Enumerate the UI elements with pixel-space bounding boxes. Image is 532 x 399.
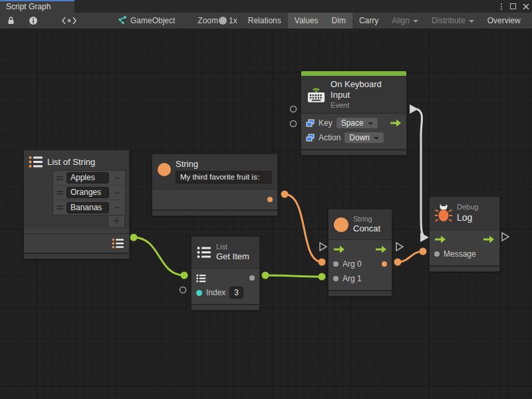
node-footer (24, 253, 129, 259)
key-dropdown[interactable]: Space (336, 118, 378, 128)
arg0-input-dot[interactable] (333, 261, 338, 267)
align-label: Align (392, 16, 410, 25)
action-row: Action Down (301, 130, 406, 145)
code-icon (62, 17, 76, 25)
remove-item-button[interactable]: − (109, 173, 125, 184)
zoom-label: Zoom (194, 13, 222, 29)
tab-script-graph[interactable]: Script Graph (0, 0, 74, 13)
message-input-dot[interactable] (434, 251, 440, 257)
node-list-of-string[interactable]: List of String Apples − Oranges − (23, 150, 130, 259)
arg0-label: Arg 0 (342, 259, 362, 269)
list-item-row: Apples − (53, 171, 125, 186)
node-footer (152, 209, 277, 215)
port-log-flow-out[interactable] (502, 233, 509, 241)
port-key-input[interactable] (291, 106, 297, 112)
node-category: String (353, 215, 380, 224)
port-concat-flow-out[interactable] (396, 243, 403, 251)
remove-item-button[interactable]: − (109, 202, 125, 213)
flow-out-port-keyboard[interactable] (410, 104, 418, 114)
node-category: Debug (457, 203, 478, 212)
wire-concat-to-log[interactable] (398, 251, 423, 262)
graph-canvas[interactable]: On Keyboard Input Event Key Space (0, 29, 532, 399)
port-concat-flow-in[interactable] (320, 243, 327, 251)
info-button[interactable] (22, 13, 45, 29)
index-label: Index (206, 288, 225, 297)
fullscreen-button[interactable]: Full Screen (527, 13, 532, 29)
port-string-output[interactable] (281, 191, 289, 198)
relations-button[interactable]: Relations (241, 13, 288, 29)
port-action-input[interactable] (291, 121, 297, 127)
chevron-down-icon (374, 137, 379, 140)
string-icon (158, 163, 171, 176)
port-getitem-output[interactable] (262, 272, 269, 279)
node-title: String (176, 159, 272, 170)
list-icon[interactable] (196, 274, 206, 283)
node-concat[interactable]: String Concat Arg 0 (328, 209, 392, 297)
zoom-slider-handle[interactable] (219, 17, 227, 25)
edit-code-button[interactable] (45, 13, 94, 29)
node-debug-log[interactable]: Debug Log Message (429, 196, 500, 272)
port-log-message-input[interactable] (420, 248, 427, 255)
list-item-field[interactable]: Apples (66, 172, 109, 184)
index-input-dot[interactable] (196, 290, 202, 296)
node-on-keyboard-input[interactable]: On Keyboard Input Event Key Space (301, 70, 407, 156)
port-index-input[interactable] (180, 287, 186, 293)
drag-handle-icon[interactable] (53, 205, 66, 209)
overview-button[interactable]: Overview (481, 13, 527, 29)
maximize-icon[interactable] (510, 3, 516, 9)
add-item-button[interactable]: + (108, 215, 125, 228)
close-icon[interactable] (523, 3, 529, 10)
string-output-dot[interactable] (267, 197, 273, 202)
carry-button[interactable]: Carry (352, 13, 385, 29)
distribute-button[interactable]: Distribute (425, 13, 481, 29)
flow-arrow-icon[interactable] (434, 235, 446, 243)
graph-toolbar: GameObject Zoom 1x Relations Values Dim … (0, 13, 532, 29)
list-item-field[interactable]: Bananas (66, 202, 109, 213)
panel-menu-icon[interactable] (499, 3, 503, 10)
drag-handle-icon[interactable] (53, 191, 66, 195)
list-item-row: Bananas − (53, 200, 125, 215)
arg1-input-dot[interactable] (333, 276, 338, 281)
flow-arrow-icon[interactable] (333, 245, 345, 253)
remove-item-button[interactable]: − (109, 188, 125, 198)
node-get-item[interactable]: List Get Item Index 3 (191, 236, 260, 311)
message-row: Message (430, 247, 499, 261)
port-concat-output[interactable] (394, 259, 402, 266)
lock-button[interactable] (0, 13, 22, 29)
flow-arrow-icon[interactable] (390, 119, 402, 127)
align-button[interactable]: Align (385, 13, 425, 29)
port-getitem-list-input[interactable] (181, 272, 188, 279)
flow-arrow-icon[interactable] (483, 235, 495, 243)
index-field[interactable]: 3 (229, 287, 243, 299)
getitem-output-dot[interactable] (249, 275, 255, 281)
port-concat-arg1-input[interactable] (319, 273, 326, 281)
node-footer (329, 290, 392, 296)
wire-getitem-to-concat[interactable] (265, 275, 322, 277)
enum-icon (306, 134, 315, 142)
flow-wire-keyboard-to-log[interactable] (417, 109, 426, 238)
flow-in-port-log[interactable] (420, 233, 429, 242)
gameobject-label: GameObject (130, 16, 175, 25)
action-dropdown[interactable]: Down (344, 132, 384, 143)
port-concat-arg0-input[interactable] (319, 259, 326, 266)
drag-handle-icon[interactable] (53, 176, 66, 180)
string-value-field[interactable]: My third favorite fruit is: (176, 171, 272, 183)
node-title: On Keyboard Input (331, 79, 401, 101)
flow-arrow-icon[interactable] (375, 245, 387, 253)
node-string-literal[interactable]: String My third favorite fruit is: (152, 154, 278, 216)
key-value: Space (341, 118, 364, 128)
values-button[interactable]: Values (288, 13, 325, 29)
tab-strip: Script Graph (0, 0, 532, 13)
zoom-value: 1x (225, 13, 241, 29)
node-footer (430, 265, 499, 271)
node-title: Concat (353, 223, 380, 234)
dim-button[interactable]: Dim (325, 13, 352, 29)
wire-list-to-getitem[interactable] (134, 237, 184, 275)
list-icon[interactable] (112, 238, 124, 249)
info-icon (29, 16, 38, 25)
node-title: Get Item (216, 251, 249, 262)
port-list-output[interactable] (130, 234, 138, 241)
list-item-field[interactable]: Oranges (66, 187, 109, 198)
wire-string-to-concat[interactable] (285, 194, 322, 262)
concat-output-dot[interactable] (382, 261, 387, 267)
